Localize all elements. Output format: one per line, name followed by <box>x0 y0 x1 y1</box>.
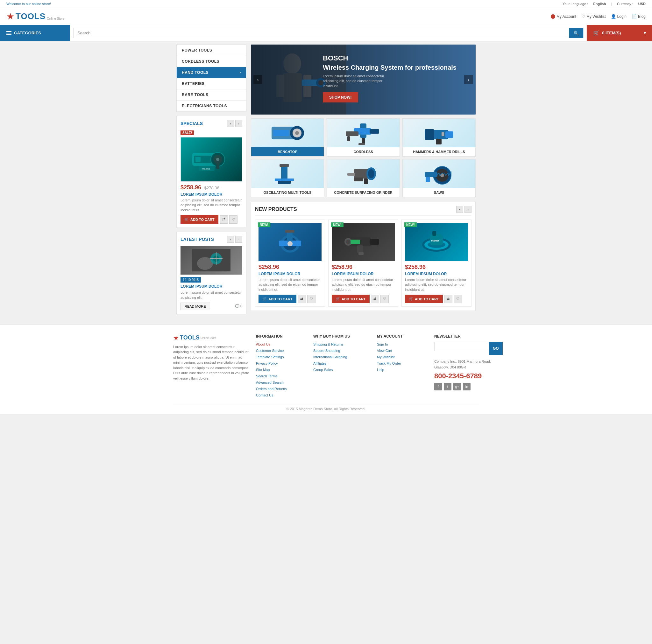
logo[interactable]: ★ TOOLS Online Store <box>6 11 65 22</box>
secure-shopping-link[interactable]: Secure Shopping <box>313 349 340 353</box>
post-date: 14.10.2015 <box>181 277 201 283</box>
cart-dropdown-button[interactable]: ▼ <box>638 25 652 41</box>
sidebar-item-hand-tools[interactable]: HAND TOOLS › <box>177 67 246 78</box>
post-image[interactable] <box>181 246 242 275</box>
cart-button[interactable]: 🛒 0 ITEM(S) <box>587 25 638 41</box>
track-order-link[interactable]: Track My Order <box>377 361 401 365</box>
product-image-3[interactable]: makita 🔍 QUICK VIEW <box>405 223 468 261</box>
wishlist-button-3[interactable]: ♡ <box>454 295 462 303</box>
specials-wishlist-button[interactable]: ♡ <box>229 216 238 224</box>
specials-product-image[interactable]: makita <box>181 137 242 182</box>
shipping-returns-link[interactable]: Shipping & Returns <box>313 342 344 346</box>
categories-button[interactable]: CATEGORIES <box>0 25 70 41</box>
google-plus-icon[interactable]: g+ <box>453 383 461 390</box>
information-list: About Us Customer Service Template Setti… <box>256 342 307 397</box>
wishlist-button-2[interactable]: ♡ <box>380 295 389 303</box>
new-products-prev-button[interactable]: ‹ <box>456 206 463 213</box>
compare-button-1[interactable]: ⇄ <box>298 295 306 303</box>
twitter-icon[interactable]: t <box>444 383 452 390</box>
about-us-link[interactable]: About Us <box>256 342 270 346</box>
concrete-label: CONCRETE SURFACING GRINDER <box>327 188 400 197</box>
template-settings-link[interactable]: Template Settings <box>256 355 284 359</box>
linkedin-icon[interactable]: in <box>463 383 470 390</box>
add-to-cart-button-2[interactable]: 🛒 ADD TO CART <box>332 295 370 303</box>
product-desc-2: Lorem ipsum dolor sit amet consectetur a… <box>332 277 395 292</box>
search-input[interactable] <box>74 28 569 38</box>
sidebar-item-bare-tools[interactable]: BARE TOOLS <box>177 89 246 101</box>
category-saws[interactable]: SAWS <box>402 159 476 197</box>
affiliates-link[interactable]: Affiliates <box>313 361 326 365</box>
orders-returns-link[interactable]: Orders and Returns <box>256 387 287 391</box>
product-actions-2: 🛒 ADD TO CART ⇄ ♡ <box>332 295 395 303</box>
sidebar-arrow-icon: › <box>240 70 241 75</box>
quick-view-button-1[interactable]: 🔍 QUICK VIEW <box>275 239 305 246</box>
product-image-1[interactable]: 🔍 QUICK VIEW <box>259 223 322 261</box>
newsletter-email-input[interactable] <box>434 342 489 351</box>
list-item: Secure Shopping <box>313 348 371 353</box>
advanced-search-link[interactable]: Advanced Search <box>256 381 284 384</box>
specials-prev-button[interactable]: ‹ <box>227 120 234 127</box>
contact-us-link[interactable]: Contact Us <box>256 393 273 397</box>
facebook-icon[interactable]: f <box>434 383 442 390</box>
wishlist-link[interactable]: ♡ My Wishlist <box>581 14 606 19</box>
login-link[interactable]: 👤 Login <box>611 14 627 19</box>
svg-rect-33 <box>370 129 379 134</box>
shop-now-button[interactable]: SHOP NOW! <box>323 92 358 103</box>
products-row: NEW! 🔍 QUICK VIEW <box>255 220 471 307</box>
footer-logo[interactable]: ★ TOOLS Online Store <box>173 334 250 342</box>
hero-prev-button[interactable]: ‹ <box>253 75 262 84</box>
blog-link[interactable]: 📄 Blog <box>632 14 646 19</box>
category-cordless[interactable]: CORDLESS <box>327 118 400 157</box>
intl-shipping-link[interactable]: International Shipping <box>313 355 347 359</box>
oscillating-image <box>251 160 324 188</box>
hero-next-button[interactable]: › <box>464 75 473 84</box>
concrete-image <box>327 160 400 188</box>
sidebar-item-power-tools[interactable]: POWER TOOLS <box>177 45 246 56</box>
category-oscillating[interactable]: OSCILLATING MULTI-TOOLS <box>251 159 324 197</box>
sidebar-item-electricians-tools[interactable]: ELECTRICIANS TOOLS <box>177 101 246 112</box>
list-item: International Shipping <box>313 355 371 359</box>
search-button[interactable]: 🔍 <box>569 28 583 38</box>
specials-next-button[interactable]: › <box>235 120 242 127</box>
specials-compare-button[interactable]: ⇄ <box>220 216 228 224</box>
my-wishlist-footer-link[interactable]: My Wishlist <box>377 355 395 359</box>
sidebar-menu: POWER TOOLS CORDLESS TOOLS HAND TOOLS › … <box>176 45 246 112</box>
category-hammers[interactable]: HAMMERS & HAMMER DRILLS <box>402 118 476 157</box>
newsletter-go-button[interactable]: GO <box>489 342 503 355</box>
product-image-2[interactable]: 🔍 QUICK VIEW <box>332 223 395 261</box>
quick-view-button-3[interactable]: 🔍 QUICK VIEW <box>421 239 452 246</box>
specials-actions: 🛒 ADD TO CART ⇄ ♡ <box>181 215 242 224</box>
view-cart-link[interactable]: View Cart <box>377 349 392 353</box>
posts-prev-button[interactable]: ‹ <box>227 236 234 243</box>
search-terms-link[interactable]: Search Terms <box>256 374 278 378</box>
add-to-cart-button-1[interactable]: 🛒 ADD TO CART <box>259 295 296 303</box>
compare-button-2[interactable]: ⇄ <box>371 295 379 303</box>
saws-image <box>403 160 475 188</box>
sidebar-item-cordless-tools[interactable]: CORDLESS TOOLS <box>177 56 246 67</box>
new-products-next-button[interactable]: › <box>464 206 471 213</box>
category-benchtop[interactable]: BENCHTOP <box>251 118 324 157</box>
group-sales-link[interactable]: Group Sales <box>313 368 333 372</box>
new-products-nav: ‹ › <box>456 206 471 213</box>
language-selector[interactable]: English <box>593 2 606 6</box>
my-account-link[interactable]: My Account <box>551 14 576 19</box>
list-item: Search Terms <box>256 373 307 378</box>
site-map-link[interactable]: Site Map <box>256 368 270 372</box>
quick-view-button-2[interactable]: 🔍 QUICK VIEW <box>348 239 378 246</box>
currency-selector[interactable]: USD <box>638 2 646 6</box>
sidebar-item-batteries[interactable]: BATTERIES <box>177 78 246 89</box>
wishlist-button-1[interactable]: ♡ <box>307 295 316 303</box>
customer-service-link[interactable]: Customer Service <box>256 349 284 353</box>
privacy-policy-link[interactable]: Privacy Policy <box>256 361 278 365</box>
list-item: Advanced Search <box>256 380 307 385</box>
footer-inner: ★ TOOLS Online Store Lorem ipsum dolor s… <box>173 334 479 399</box>
specials-add-to-cart-button[interactable]: 🛒 ADD TO CART <box>181 215 218 224</box>
posts-next-button[interactable]: › <box>235 236 242 243</box>
categories-label: CATEGORIES <box>14 31 41 35</box>
compare-button-3[interactable]: ⇄ <box>444 295 453 303</box>
help-link[interactable]: Help <box>377 368 384 372</box>
add-to-cart-button-3[interactable]: 🛒 ADD TO CART <box>405 295 443 303</box>
sign-in-link[interactable]: Sign In <box>377 342 388 346</box>
read-more-button[interactable]: READ MORE <box>181 303 210 310</box>
category-concrete[interactable]: CONCRETE SURFACING GRINDER <box>327 159 400 197</box>
